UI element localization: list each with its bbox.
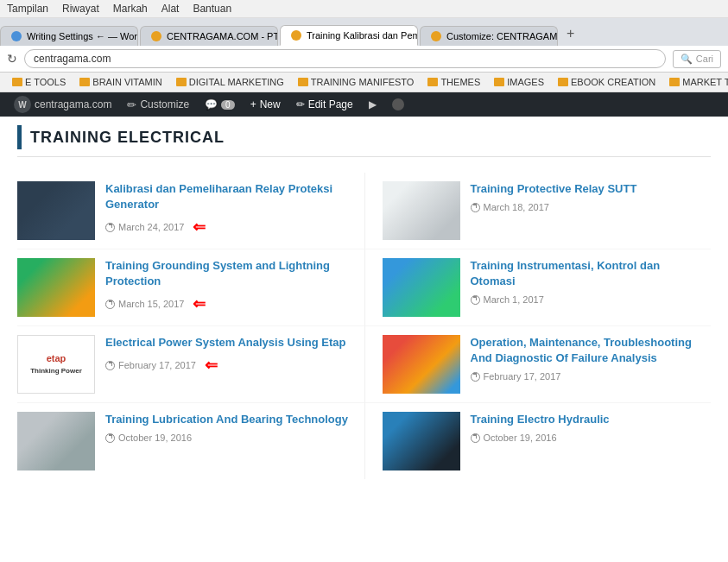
arrow-4: ⇐ xyxy=(205,356,218,375)
wp-site-label: centragama.com xyxy=(35,98,111,111)
search-icon: 🔍 xyxy=(681,54,693,65)
article-info-4: Electrical Power System Analysis Using E… xyxy=(105,335,354,375)
tab-3[interactable]: Customize: CENTRAGAMA.CO... ✕ xyxy=(420,26,558,46)
wp-editpage-button[interactable]: ✏ Edit Page xyxy=(289,92,360,117)
article-title-1[interactable]: Training Protective Relay SUTT xyxy=(471,181,701,197)
arrow-0: ⇐ xyxy=(193,218,206,237)
bookmark-market[interactable]: MARKET TRAININ xyxy=(664,75,728,89)
refresh-button[interactable]: ↻ xyxy=(7,52,17,66)
list-item: Operation, Maintenance, Troubleshooting … xyxy=(364,326,712,403)
menu-alat[interactable]: Alat xyxy=(161,3,180,15)
bookmark-icon-training xyxy=(298,78,308,86)
wp-extra1[interactable]: ▶ xyxy=(362,92,383,117)
article-info-7: Training Electro Hydraulic October 19, 2… xyxy=(471,412,701,443)
bookmark-brain[interactable]: BRAIN VITAMIN xyxy=(74,75,167,89)
article-info-2: Training Grounding System and Lightning … xyxy=(105,258,354,313)
address-input[interactable] xyxy=(24,49,666,68)
tab-bar: Writing Settings ← — Word... ✕ CENTRAGAM… xyxy=(0,18,728,46)
bookmark-digital[interactable]: DIGITAL MARKETING xyxy=(171,75,289,89)
bookmark-images[interactable]: IMAGES xyxy=(489,75,549,89)
clock-icon-4 xyxy=(105,361,115,370)
article-thumb-6 xyxy=(17,412,95,470)
article-title-7[interactable]: Training Electro Hydraulic xyxy=(471,412,701,427)
article-title-3[interactable]: Training Instrumentasi, Kontrol dan Otom… xyxy=(471,258,701,289)
article-date-1: March 18, 2017 xyxy=(471,202,701,212)
bookmark-training[interactable]: TRAINING MANIFESTO xyxy=(293,75,420,89)
tab-1[interactable]: CENTRAGAMA.COM - PT.... ✕ xyxy=(140,26,278,46)
new-tab-button[interactable]: + xyxy=(560,22,581,46)
tab-label-3: Customize: CENTRAGAMA.CO... xyxy=(446,31,558,41)
bookmark-label-ebook: EBOOK CREATION xyxy=(571,77,655,87)
list-item: etapThinking Power Electrical Power Syst… xyxy=(17,326,364,403)
bookmark-label-themes: THEMES xyxy=(440,77,480,87)
menu-bantuan[interactable]: Bantuan xyxy=(193,3,231,15)
article-title-0[interactable]: Kalibrasi dan Pemeliharaan Relay Proteks… xyxy=(105,181,354,212)
tab-favicon-2 xyxy=(291,30,301,41)
article-title-6[interactable]: Training Lubrication And Bearing Technol… xyxy=(105,412,354,427)
article-title-5[interactable]: Operation, Maintenance, Troubleshooting … xyxy=(471,335,701,366)
article-thumb-5 xyxy=(383,335,460,394)
section-header: TRAINING ELECTRICAL xyxy=(17,125,711,157)
article-date-3: March 1, 2017 xyxy=(471,294,701,305)
bookmark-label-etools: E TOOLS xyxy=(25,77,66,87)
bookmark-themes[interactable]: THEMES xyxy=(422,75,485,89)
clock-icon-0 xyxy=(105,223,115,232)
wp-new-button[interactable]: + New xyxy=(244,92,288,117)
article-date-2: March 15, 2017 ⇐ xyxy=(105,294,354,313)
clock-icon-5 xyxy=(471,372,480,382)
article-thumb-4: etapThinking Power xyxy=(17,335,95,394)
bookmark-icon-brain xyxy=(79,78,90,86)
wp-logo-icon: W xyxy=(14,96,31,113)
section-accent-bar xyxy=(17,125,22,149)
article-date-6: October 19, 2016 xyxy=(105,433,354,443)
list-item: Training Lubrication And Bearing Technol… xyxy=(17,403,364,479)
tab-label-0: Writing Settings ← — Word... xyxy=(27,31,138,41)
wp-comments-button[interactable]: 💬 0 xyxy=(198,92,242,117)
plus-icon: + xyxy=(250,98,256,111)
tab-label-2: Training Kalibrasi dan Pem... xyxy=(307,30,418,41)
tab-favicon-3 xyxy=(431,31,441,41)
article-info-5: Operation, Maintenance, Troubleshooting … xyxy=(471,335,701,382)
bookmark-etools[interactable]: E TOOLS xyxy=(7,75,71,89)
bookmarks-bar: E TOOLS BRAIN VITAMIN DIGITAL MARKETING … xyxy=(0,73,728,92)
articles-grid: Kalibrasi dan Pemeliharaan Relay Proteks… xyxy=(17,173,711,479)
wp-comments-count: 0 xyxy=(221,100,235,110)
pencil-icon: ✏ xyxy=(127,98,136,111)
bookmark-icon-etools xyxy=(12,78,22,86)
bookmark-icon-digital xyxy=(176,78,187,86)
wp-extra2[interactable] xyxy=(385,92,411,117)
comment-icon: 💬 xyxy=(205,98,218,111)
wp-customize-label: Customize xyxy=(140,98,189,111)
article-thumb-7 xyxy=(383,412,460,470)
article-info-1: Training Protective Relay SUTT March 18,… xyxy=(471,181,701,212)
tab-favicon-0 xyxy=(11,31,22,41)
content-area: TRAINING ELECTRICAL Kalibrasi dan Pemeli… xyxy=(0,117,728,496)
wp-customize-button[interactable]: ✏ Customize xyxy=(120,92,196,117)
wp-site-name[interactable]: W centragama.com xyxy=(7,92,118,117)
tab-2[interactable]: Training Kalibrasi dan Pem... ✕ xyxy=(280,25,418,46)
circle-icon xyxy=(392,98,404,111)
section-title: TRAINING ELECTRICAL xyxy=(30,129,225,147)
menu-markah[interactable]: Markah xyxy=(113,3,148,15)
menu-bar: Tampilan Riwayat Markah Alat Bantuan xyxy=(0,0,728,18)
tab-0[interactable]: Writing Settings ← — Word... ✕ xyxy=(0,26,138,46)
bookmark-ebook[interactable]: EBOOK CREATION xyxy=(553,75,661,89)
menu-riwayat[interactable]: Riwayat xyxy=(62,3,99,15)
bookmark-icon-images xyxy=(494,78,504,86)
article-title-2[interactable]: Training Grounding System and Lightning … xyxy=(105,258,354,289)
list-item: Training Protective Relay SUTT March 18,… xyxy=(364,173,712,249)
list-item: Kalibrasi dan Pemeliharaan Relay Proteks… xyxy=(17,173,364,249)
edit-icon: ✏ xyxy=(296,98,305,111)
bookmark-icon-market xyxy=(669,78,680,86)
list-item: Training Instrumentasi, Kontrol dan Otom… xyxy=(364,249,712,326)
etap-logo-text: etapThinking Power xyxy=(30,353,82,376)
article-title-4[interactable]: Electrical Power System Analysis Using E… xyxy=(105,335,354,350)
article-thumb-1 xyxy=(383,181,460,240)
menu-tampilan[interactable]: Tampilan xyxy=(7,3,48,15)
bookmark-label-images: IMAGES xyxy=(507,77,544,87)
address-bar: ↻ 🔍 Cari xyxy=(0,46,728,73)
article-info-0: Kalibrasi dan Pemeliharaan Relay Proteks… xyxy=(105,181,354,237)
clock-icon-1 xyxy=(471,203,480,212)
search-box: 🔍 Cari xyxy=(673,50,721,68)
article-thumb-0 xyxy=(17,181,95,240)
